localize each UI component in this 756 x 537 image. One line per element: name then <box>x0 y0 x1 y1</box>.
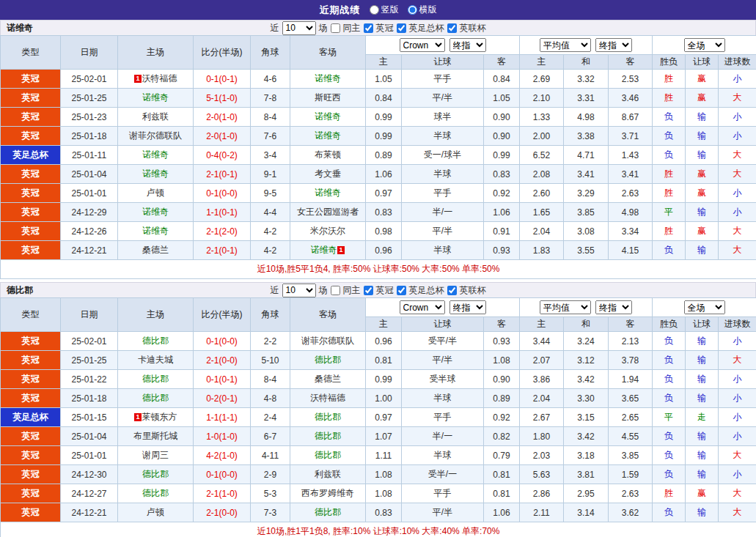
away-team: 德比郡 <box>290 446 366 465</box>
handicap: 受平/半 <box>402 332 484 351</box>
result-outcome: 负 <box>653 146 686 165</box>
bookmaker-select[interactable]: Crown <box>400 300 445 314</box>
home-team: 诺维奇 <box>118 222 194 241</box>
average-odds-select[interactable]: 平均值 <box>540 300 591 314</box>
col-header-away: 客场 <box>290 36 366 70</box>
final-euro-odds-select[interactable]: 终指 <box>595 300 632 314</box>
away-team: 诺维奇 <box>290 127 366 146</box>
euro-odds-select-cell: 平均值终指 <box>520 36 653 55</box>
corners: 9-1 <box>251 165 290 184</box>
vertical-radio[interactable] <box>370 5 379 15</box>
result-handicap: 赢 <box>686 184 719 203</box>
euro-home-odds: 2.04 <box>520 222 564 241</box>
team-label: 利兹联 <box>315 469 341 479</box>
league-checkbox-championship[interactable] <box>364 23 373 33</box>
col-header-goals: 进球数 <box>719 317 756 332</box>
team-label: 诺维奇 <box>315 130 341 141</box>
average-odds-select[interactable]: 平均值 <box>540 38 591 52</box>
same-home-checkbox[interactable] <box>331 23 340 33</box>
team-label: 西布罗姆维奇 <box>301 488 354 498</box>
scope-select[interactable]: 全场 <box>684 38 725 52</box>
euro-away-odds: 3.62 <box>609 503 653 522</box>
euro-home-odds: 3.86 <box>520 370 564 389</box>
euro-draw-odds: 3.18 <box>564 446 609 465</box>
league-type: 英冠 <box>1 484 61 503</box>
result-handicap: 赢 <box>686 484 719 503</box>
match-count-select[interactable]: 10 <box>282 284 316 297</box>
asia-home-odds: 0.81 <box>366 351 402 370</box>
home-team: 谢菲尔德联队 <box>118 127 194 146</box>
layout-option-vertical[interactable]: 竖版 <box>370 4 399 16</box>
asia-away-odds: 0.90 <box>484 370 520 389</box>
scope-select[interactable]: 全场 <box>684 300 725 314</box>
match-count-select[interactable]: 10 <box>282 21 316 35</box>
league-type: 英冠 <box>1 332 61 351</box>
league-checkbox-facup[interactable] <box>397 23 406 33</box>
league-checkbox-championship[interactable] <box>364 286 373 295</box>
col-header-euro-draw: 和 <box>564 317 609 332</box>
euro-home-odds: 2.10 <box>520 89 564 108</box>
match-date: 24-12-21 <box>61 241 118 260</box>
handicap: 平手 <box>402 484 484 503</box>
final-odds-select[interactable]: 终指 <box>449 38 486 52</box>
home-team: 诺维奇 <box>118 89 194 108</box>
final-odds-select[interactable]: 终指 <box>449 300 486 314</box>
away-team: 德比郡 <box>290 427 366 446</box>
corners: 7-6 <box>251 127 290 146</box>
team-label: 女王公园巡游者 <box>297 207 359 217</box>
matches-table: 类型 日期 主场 比分(半场) 角球 客场 Crown终指 平均值终指 全场 主… <box>0 35 756 279</box>
asia-away-odds: 0.84 <box>484 70 520 89</box>
league-label-facup: 英足总杯 <box>408 284 445 297</box>
home-team: 卢顿 <box>118 184 194 203</box>
asia-away-odds: 0.83 <box>484 165 520 184</box>
score: 2-1(0-0) <box>194 351 251 370</box>
horizontal-radio[interactable] <box>408 5 417 15</box>
col-header-outcome: 胜负 <box>653 317 686 332</box>
final-euro-odds-select[interactable]: 终指 <box>595 38 632 52</box>
league-type: 英冠 <box>1 389 61 408</box>
league-label-eflcup: 英联杯 <box>459 22 487 34</box>
matches-table: 类型 日期 主场 比分(半场) 角球 客场 Crown终指 平均值终指 全场 主… <box>0 297 756 537</box>
team-label: 沃特福德 <box>310 393 345 403</box>
corners: 3-4 <box>251 146 290 165</box>
unit-label: 场 <box>318 22 329 34</box>
league-type: 英冠 <box>1 370 61 389</box>
score: 1-1(1-1) <box>194 408 251 427</box>
league-checkbox-eflcup[interactable] <box>447 286 457 295</box>
score: 0-1(0-0) <box>194 332 251 351</box>
asia-away-odds: 1.06 <box>484 503 520 522</box>
euro-draw-odds: 3.15 <box>564 408 609 427</box>
result-handicap: 赢 <box>686 222 719 241</box>
asia-away-odds: 1.06 <box>484 203 520 222</box>
result-handicap: 赢 <box>686 70 719 89</box>
layout-option-horizontal[interactable]: 横版 <box>408 4 437 16</box>
asia-away-odds: 0.91 <box>484 222 520 241</box>
match-date: 25-01-01 <box>61 446 118 465</box>
corners: 2-2 <box>251 332 290 351</box>
near-label: 近 <box>270 22 280 34</box>
asia-home-odds: 1.11 <box>366 446 402 465</box>
handicap: 平手 <box>402 184 484 203</box>
team-label: 诺维奇 <box>315 188 341 198</box>
team-label: 德比郡 <box>315 431 341 441</box>
result-handicap: 输 <box>686 203 719 222</box>
result-handicap: 输 <box>686 127 719 146</box>
corners: 7-3 <box>251 503 290 522</box>
result-handicap: 输 <box>686 108 719 127</box>
result-outcome: 胜 <box>653 165 686 184</box>
euro-home-odds: 1.65 <box>520 203 564 222</box>
result-goals: 小 <box>719 465 756 484</box>
league-checkbox-facup[interactable] <box>397 286 406 295</box>
match-row: 英足总杯25-01-151莱顿东方1-1(1-1)2-4德比郡0.97平手0.9… <box>1 408 756 427</box>
result-outcome: 负 <box>653 446 686 465</box>
bookmaker-select[interactable]: Crown <box>400 38 445 52</box>
summary-row: 近10场,胜5平1负4, 胜率:50% 让球率:50% 大率:50% 单率:50… <box>1 260 756 279</box>
euro-home-odds: 2.00 <box>520 127 564 146</box>
col-header-home: 主场 <box>118 298 194 332</box>
asia-odds-select-cell: Crown终指 <box>366 36 520 55</box>
col-header-type: 类型 <box>1 36 61 70</box>
same-home-checkbox[interactable] <box>331 286 340 295</box>
col-header-corner: 角球 <box>251 298 290 332</box>
home-team: 卡迪夫城 <box>118 351 194 370</box>
league-checkbox-eflcup[interactable] <box>447 23 457 33</box>
